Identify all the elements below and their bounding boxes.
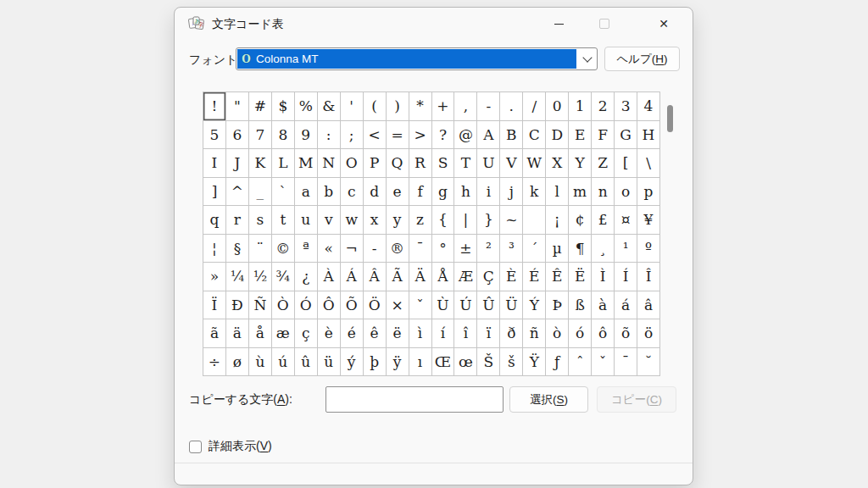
char-cell[interactable]: P [364,149,387,178]
char-cell[interactable]: Ô [318,291,341,320]
char-cell[interactable]: Š [477,348,500,377]
font-combobox-arrow[interactable] [577,49,597,69]
char-cell[interactable]: Ö [364,291,387,320]
char-cell[interactable]: « [318,235,341,263]
char-cell[interactable]: É [523,263,546,291]
char-cell[interactable]: ¿ [295,263,318,291]
char-cell[interactable]: A [477,121,500,150]
char-cell[interactable]: Æ [454,263,477,291]
char-cell[interactable]: X [546,149,569,178]
char-cell[interactable]: » [203,263,226,291]
char-cell[interactable]: ï [477,319,500,348]
char-cell[interactable]: Ð [226,291,249,320]
char-cell[interactable]: ü [318,348,341,377]
char-cell[interactable]: c [341,178,364,207]
char-cell[interactable]: F [592,121,615,150]
char-cell[interactable]: ` [272,178,295,207]
char-cell[interactable]: ¤ [615,206,637,235]
char-cell[interactable]: o [615,178,637,207]
char-cell[interactable]: n [592,178,615,207]
char-cell[interactable]: u [295,206,318,235]
char-cell[interactable]: Z [592,149,615,178]
char-cell[interactable]: ñ [523,319,546,348]
char-cell[interactable]: B [500,121,523,150]
char-cell[interactable]: Q [387,149,409,178]
char-cell[interactable]: Ñ [249,291,272,320]
char-cell[interactable]: y [387,206,409,235]
char-cell[interactable]: ˇ [409,291,432,320]
char-cell[interactable]: 6 [226,121,249,150]
char-cell[interactable]: 2 [592,92,615,121]
char-cell[interactable]: e [387,178,409,207]
char-cell[interactable]: C [523,121,546,150]
char-cell[interactable]: Ò [272,291,295,320]
char-cell[interactable]: ? [432,121,455,150]
char-cell[interactable]: ì [409,319,432,348]
char-cell[interactable]: 0 [546,92,569,121]
char-cell[interactable] [523,206,546,235]
char-cell[interactable]: W [523,149,546,178]
char-cell[interactable]: Å [432,263,455,291]
char-cell[interactable]: J [226,149,249,178]
char-cell[interactable]: ˆ [569,348,592,377]
char-cell[interactable]: f [409,178,432,207]
char-cell[interactable]: : [318,121,341,150]
char-cell[interactable]: è [318,319,341,348]
char-cell[interactable]: b [318,178,341,207]
copy-button[interactable]: コピー(C) [597,386,676,413]
char-cell[interactable]: Ã [387,263,409,291]
char-cell[interactable]: U [477,149,500,178]
char-cell[interactable]: ¬ [341,235,364,263]
char-cell[interactable]: Î [637,263,660,291]
char-cell[interactable]: ý [341,348,364,377]
char-cell[interactable]: - [364,235,387,263]
char-cell[interactable]: û [295,348,318,377]
characters-to-copy-input[interactable] [326,386,504,413]
char-cell[interactable]: ± [454,235,477,263]
char-cell[interactable]: z [409,206,432,235]
char-cell[interactable]: Ó [295,291,318,320]
char-cell[interactable]: I [203,149,226,178]
char-cell[interactable]: @ [454,121,477,150]
char-cell[interactable]: À [318,263,341,291]
char-cell[interactable]: g [432,178,455,207]
char-cell[interactable]: , [454,92,477,121]
char-cell[interactable]: " [226,92,249,121]
char-cell[interactable]: 5 [203,121,226,150]
char-cell[interactable]: s [249,206,272,235]
char-cell[interactable]: Õ [341,291,364,320]
char-cell[interactable]: ! [203,92,226,121]
char-cell[interactable]: M [295,149,318,178]
char-cell[interactable]: Á [341,263,364,291]
char-cell[interactable]: 8 [272,121,295,150]
char-cell[interactable]: ½ [249,263,272,291]
char-cell[interactable]: Ï [203,291,226,320]
help-button[interactable]: ヘルプ(H) [604,47,680,71]
char-cell[interactable]: ı [409,348,432,377]
char-cell[interactable]: i [477,178,500,207]
char-cell[interactable]: ¡ [546,206,569,235]
char-cell[interactable]: 1 [569,92,592,121]
char-cell[interactable]: q [203,206,226,235]
close-button[interactable]: ✕ [644,8,683,39]
char-cell[interactable]: v [318,206,341,235]
char-cell[interactable]: ´ [523,235,546,263]
char-cell[interactable]: ¾ [272,263,295,291]
char-cell[interactable]: ä [226,319,249,348]
char-cell[interactable]: Œ [432,348,455,377]
grid-scrollbar-thumb[interactable] [667,105,673,132]
char-cell[interactable]: m [569,178,592,207]
char-cell[interactable]: © [272,235,295,263]
char-cell[interactable]: Ù [432,291,455,320]
char-cell[interactable]: þ [364,348,387,377]
char-cell[interactable]: r [226,206,249,235]
char-cell[interactable]: Ç [477,263,500,291]
char-cell[interactable]: 7 [249,121,272,150]
char-cell[interactable]: Ì [592,263,615,291]
char-cell[interactable]: â [637,291,660,320]
char-cell[interactable]: T [454,149,477,178]
char-cell[interactable]: a [295,178,318,207]
select-button[interactable]: 選択(S) [509,386,588,413]
char-cell[interactable]: Ý [523,291,546,320]
char-cell[interactable]: - [477,92,500,121]
